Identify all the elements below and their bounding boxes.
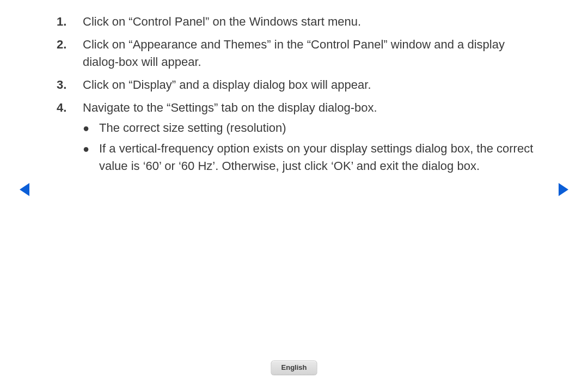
instruction-list: 1. Click on “Control Panel” on the Windo… — [57, 13, 539, 178]
step-text-container: Navigate to the “Settings” tab on the di… — [83, 99, 539, 179]
step-number: 3. — [57, 76, 83, 94]
step-text: Navigate to the “Settings” tab on the di… — [83, 101, 377, 114]
instruction-step: 1. Click on “Control Panel” on the Windo… — [57, 13, 539, 31]
language-label: English — [281, 363, 307, 371]
step-number: 1. — [57, 13, 83, 31]
bullet-icon: ● — [83, 140, 99, 175]
instruction-step: 4. Navigate to the “Settings” tab on the… — [57, 99, 539, 179]
sub-item: ● The correct size setting (resolution) — [83, 119, 539, 137]
sub-item-text: The correct size setting (resolution) — [99, 119, 539, 137]
document-content: 1. Click on “Control Panel” on the Windo… — [0, 0, 588, 178]
step-number: 2. — [57, 36, 83, 71]
next-page-button[interactable] — [559, 183, 568, 196]
step-text: Click on “Display” and a display dialog … — [83, 76, 539, 94]
step-text: Click on “Control Panel” on the Windows … — [83, 13, 539, 31]
sub-item-text: If a vertical-frequency option exists on… — [99, 140, 539, 175]
prev-page-button[interactable] — [20, 183, 29, 196]
instruction-step: 2. Click on “Appearance and Themes” in t… — [57, 36, 539, 71]
instruction-step: 3. Click on “Display” and a display dial… — [57, 76, 539, 94]
language-button[interactable]: English — [271, 361, 317, 375]
sub-list: ● The correct size setting (resolution) … — [83, 119, 539, 175]
bullet-icon: ● — [83, 119, 99, 137]
step-text: Click on “Appearance and Themes” in the … — [83, 36, 539, 71]
step-number: 4. — [57, 99, 83, 179]
sub-item: ● If a vertical-frequency option exists … — [83, 140, 539, 175]
